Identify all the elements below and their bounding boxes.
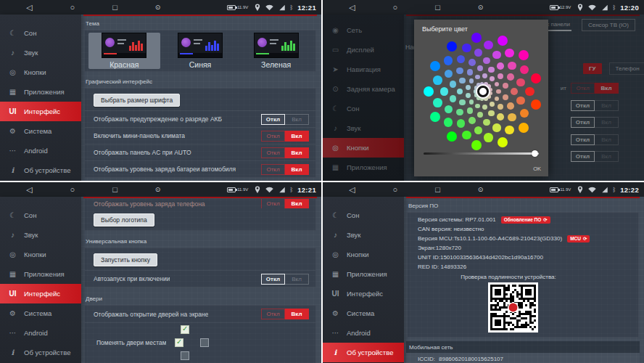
color-dot[interactable] (483, 119, 490, 126)
sidebar-item[interactable]: iОб устройстве (323, 343, 404, 362)
sidebar-item[interactable]: ☾Сон (0, 23, 81, 43)
color-dot[interactable] (447, 41, 457, 52)
toggle[interactable]: ОтклВкл (261, 147, 309, 158)
color-dot[interactable] (505, 49, 514, 58)
screenshot-icon[interactable]: ⊙ (155, 182, 161, 197)
color-dot[interactable] (457, 119, 465, 127)
color-dot[interactable] (466, 93, 471, 98)
color-dot[interactable] (490, 76, 495, 81)
ok-button[interactable]: OK (533, 166, 541, 172)
color-dot[interactable] (496, 89, 501, 94)
sidebar-item[interactable]: ☾Сон (0, 205, 81, 225)
color-dot[interactable] (495, 97, 500, 102)
screenshot-icon[interactable]: ⊙ (478, 182, 484, 197)
sidebar-item[interactable]: ☾Сон (323, 205, 404, 225)
color-dot[interactable] (503, 83, 508, 89)
color-dot[interactable] (475, 75, 480, 80)
sidebar-item[interactable]: ▦Приложения (0, 82, 81, 102)
back-icon[interactable]: ◁ (26, 0, 32, 15)
color-dot[interactable] (488, 67, 494, 73)
sidebar-item[interactable]: ⋯Android (0, 141, 81, 160)
color-dot[interactable] (484, 41, 493, 50)
color-dot[interactable] (492, 51, 500, 59)
back-icon[interactable]: ◁ (349, 182, 355, 197)
logo-select-button[interactable]: Выбор логотипа (94, 213, 154, 227)
color-dot[interactable] (471, 140, 482, 150)
color-dot[interactable] (457, 89, 463, 94)
color-dot[interactable] (492, 123, 500, 131)
home-icon[interactable]: ○ (392, 182, 397, 197)
toggle[interactable]: ОтклВкл (261, 131, 309, 142)
color-dot[interactable] (489, 88, 492, 91)
door-checkbox-rear[interactable]: ✓ (181, 351, 189, 360)
color-dot[interactable] (424, 86, 434, 97)
color-dot[interactable] (468, 59, 476, 66)
color-dot[interactable] (477, 112, 483, 118)
color-dot[interactable] (467, 107, 473, 113)
color-dot[interactable] (507, 102, 514, 110)
color-dot[interactable] (519, 123, 529, 133)
sidebar-item[interactable]: ♪Звук (323, 225, 404, 245)
screenshot-icon[interactable]: ⊙ (155, 0, 161, 15)
toggle[interactable]: ОтклВкл (261, 309, 309, 319)
color-dot[interactable] (468, 117, 476, 124)
sidebar-item[interactable]: ▦Приложения (323, 264, 404, 284)
color-dot[interactable] (507, 73, 514, 81)
font-size-button[interactable]: Выбрать размер шрифта (94, 94, 180, 107)
color-dot[interactable] (508, 62, 516, 70)
theme-option[interactable]: Зеленая (240, 33, 312, 69)
sidebar-item[interactable]: ⋯Android (0, 323, 81, 343)
color-dot[interactable] (474, 49, 482, 57)
color-dot[interactable] (450, 81, 457, 88)
color-dot[interactable] (459, 99, 465, 105)
color-dot[interactable] (469, 99, 474, 105)
recents-icon[interactable]: □ (112, 182, 117, 197)
color-dot[interactable] (503, 94, 508, 100)
toggle[interactable]: ОтклВкл (261, 274, 309, 285)
color-dot[interactable] (498, 36, 508, 46)
color-dot[interactable] (467, 69, 473, 75)
recents-icon[interactable]: □ (112, 0, 117, 15)
toggle[interactable]: ОтклВкл (261, 164, 309, 175)
color-dot[interactable] (469, 78, 474, 83)
color-dot[interactable] (482, 73, 487, 78)
color-dot[interactable] (498, 104, 503, 110)
sidebar-item[interactable]: ◎Кнопки (0, 245, 81, 264)
brightness-slider[interactable] (424, 152, 539, 155)
color-dot[interactable] (495, 82, 500, 87)
color-dot[interactable] (531, 73, 541, 83)
color-dot[interactable] (498, 137, 508, 147)
color-dot[interactable] (444, 118, 453, 127)
color-dot[interactable] (482, 105, 487, 110)
sidebar-item[interactable]: ⚙Система (0, 303, 81, 323)
color-dot[interactable] (508, 113, 516, 121)
sidebar-item[interactable]: ⋯Android (323, 323, 404, 343)
color-dot[interactable] (531, 99, 541, 110)
recents-icon[interactable]: □ (435, 0, 440, 15)
color-dot[interactable] (520, 109, 529, 118)
color-dot[interactable] (483, 57, 490, 65)
color-dot[interactable] (456, 109, 463, 116)
sidebar-item[interactable]: iОб устройстве (0, 343, 81, 362)
color-dot[interactable] (516, 78, 524, 86)
back-icon[interactable]: ◁ (349, 0, 355, 15)
color-dot[interactable] (459, 78, 465, 83)
toggle[interactable]: ОтклВкл (261, 114, 309, 125)
color-dot[interactable] (462, 44, 471, 53)
theme-option[interactable]: Красная (88, 33, 160, 69)
color-dot[interactable] (484, 97, 487, 100)
color-dot[interactable] (445, 105, 453, 113)
color-dot[interactable] (497, 113, 504, 121)
color-dot[interactable] (444, 56, 453, 65)
color-dot[interactable] (525, 87, 534, 97)
color-dot[interactable] (433, 76, 442, 85)
slider-thumb[interactable] (532, 150, 538, 157)
color-dot[interactable] (433, 98, 442, 107)
door-checkbox-front[interactable]: ✓ (181, 325, 189, 334)
sidebar-item[interactable]: ⚙Система (0, 121, 81, 141)
door-checkbox-left[interactable]: ✓ (175, 338, 183, 347)
back-icon[interactable]: ◁ (26, 182, 32, 197)
color-dot[interactable] (480, 97, 484, 101)
home-icon[interactable]: ○ (70, 182, 75, 197)
color-dot[interactable] (447, 131, 457, 142)
